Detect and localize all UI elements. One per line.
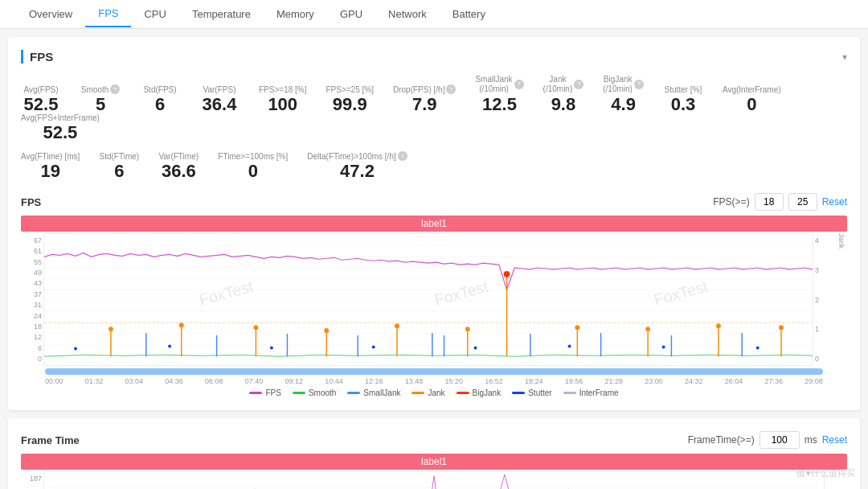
x-16-52: 16:52 — [485, 377, 503, 385]
x-03-04: 03:04 — [125, 377, 144, 385]
nav-battery[interactable]: Battery — [440, 2, 498, 27]
stat-small-jank: SmallJank(/10min)? 12.5 — [475, 75, 523, 113]
stat-big-jank-label: BigJank(/10min)? — [603, 75, 644, 94]
legend-smalljank-label: SmallJank — [363, 388, 400, 397]
svg-point-31 — [716, 323, 721, 328]
legend-interframe: InterFrame — [563, 388, 619, 397]
svg-point-13 — [108, 327, 113, 331]
stat-avg-ftime-value: 19 — [40, 162, 59, 180]
fps-chart-container: label1 67 61 55 49 43 37 31 24 18 12 6 0 — [21, 216, 847, 397]
svg-text:FoxTest: FoxTest — [203, 483, 260, 489]
stat-big-jank-value: 4.9 — [611, 96, 636, 113]
svg-point-33 — [779, 325, 784, 330]
nav-temperature[interactable]: Temperature — [179, 2, 264, 27]
fps-card-dropdown-icon[interactable]: ▾ — [842, 51, 847, 63]
stat-avg-fps-value: 52.5 — [24, 96, 59, 113]
y-label-67: 67 — [23, 236, 42, 244]
frame-time-controls: FrameTime(>=) ms Reset — [688, 431, 847, 449]
legend-bigjank-label: BigJank — [473, 388, 502, 397]
stat-avg-ftime: Avg(FTime) [ms] 19 — [21, 152, 80, 180]
svg-point-27 — [575, 325, 579, 330]
stat-fps-gte-25-label: FPS>=25 [%] — [326, 85, 373, 94]
x-10-44: 10:44 — [325, 377, 343, 385]
right-y-3: 3 — [815, 266, 834, 274]
fps-chart-title: FPS — [21, 196, 41, 208]
stat-var-fps-label: Var(FPS) — [203, 85, 236, 94]
y-label-61: 61 — [23, 247, 42, 255]
frametime-reset-button[interactable]: Reset — [822, 434, 847, 446]
fps-chart-header: FPS FPS(>=) Reset — [21, 193, 847, 211]
frame-time-svg: FoxTest FoxTest — [43, 471, 825, 489]
stat-delta-ftime: Delta(FTime)>100ms [/h]? 47.2 — [307, 151, 407, 180]
stat-std-ftime-value: 6 — [114, 162, 124, 180]
stat-fps-gte-18: FPS>=18 [%] 100 — [259, 85, 306, 113]
svg-point-23 — [465, 327, 470, 331]
x-26-04: 26:04 — [725, 377, 743, 385]
top-navigation: Overview FPS CPU Temperature Memory GPU … — [0, 0, 868, 29]
legend-fps: FPS — [249, 388, 280, 397]
frame-time-svg-wrapper: FoxTest FoxTest — [43, 471, 825, 489]
stat-avg-fps: Avg(FPS) 52.5 — [21, 85, 61, 113]
x-13-48: 13:48 — [405, 377, 424, 385]
y-label-49: 49 — [23, 269, 42, 277]
frametime-threshold-input[interactable] — [760, 431, 800, 449]
fps-stats-row1: Avg(FPS) 52.5 Smooth? 5 Std(FPS) 6 Var(F… — [21, 75, 847, 142]
x-00-00: 00:00 — [45, 377, 63, 385]
legend-bigjank-dot — [457, 392, 469, 394]
nav-gpu[interactable]: GPU — [327, 2, 375, 27]
fps-threshold-input1[interactable] — [755, 193, 784, 211]
stat-fps-gte-25: FPS>=25 [%] 99.9 — [326, 85, 373, 113]
fps-reset-button[interactable]: Reset — [822, 196, 847, 208]
x-29-08: 29:08 — [805, 377, 823, 385]
big-jank-help-icon[interactable]: ? — [634, 80, 644, 89]
stat-var-ftime-value: 36.6 — [162, 162, 196, 180]
fps-chart-scrollbar-thumb[interactable] — [45, 368, 823, 375]
jank-help-icon[interactable]: ? — [574, 80, 583, 89]
legend-jank-label: Jank — [428, 388, 444, 397]
frame-time-title: Frame Time — [21, 434, 80, 446]
fps-stats-row2: Avg(FTime) [ms] 19 Std(FTime) 6 Var(FTim… — [21, 151, 847, 180]
legend-smooth-dot — [293, 392, 305, 394]
legend-stutter-dot — [512, 392, 525, 394]
smooth-help-icon[interactable]: ? — [110, 84, 120, 94]
nav-memory[interactable]: Memory — [264, 2, 327, 27]
stat-jank-label: Jank(/10min)? — [543, 75, 584, 94]
stat-smooth-value: 5 — [96, 96, 105, 113]
stat-avg-fps-interframe-label: Avg(FPS+InterFrame) — [21, 113, 100, 122]
stat-avg-fps-interframe-value: 52.5 — [43, 124, 78, 142]
fps-chart-scrollbar[interactable] — [45, 368, 823, 375]
jank-axis-label: Jank — [836, 233, 847, 366]
stat-avg-ftime-label: Avg(FTime) [ms] — [21, 152, 80, 161]
stat-big-jank: BigJank(/10min)? 4.9 — [603, 75, 644, 113]
frametime-unit: ms — [805, 434, 817, 446]
svg-point-25 — [504, 271, 510, 277]
stat-stutter: Stutter [%] 0.3 — [663, 85, 703, 113]
y-label-31: 31 — [23, 301, 42, 309]
small-jank-help-icon[interactable]: ? — [514, 80, 524, 89]
svg-point-15 — [179, 323, 184, 327]
stat-std-ftime-label: Std(FTime) — [100, 152, 140, 161]
svg-text:FoxTest: FoxTest — [652, 277, 710, 309]
fps-gte-label: FPS(>=) — [713, 196, 749, 208]
x-23-00: 23:00 — [645, 377, 663, 385]
drop-fps-help-icon[interactable]: ? — [446, 84, 456, 94]
fps-card-header: FPS ▾ — [21, 50, 847, 64]
stat-drop-fps: Drop(FPS) [/h]? 7.9 — [393, 84, 456, 113]
stat-smooth: Smooth? 5 — [80, 84, 121, 113]
delta-ftime-help-icon[interactable]: ? — [398, 151, 407, 161]
legend-stutter-label: Stutter — [528, 388, 551, 397]
svg-text:FoxTest: FoxTest — [197, 277, 255, 309]
nav-fps[interactable]: FPS — [85, 1, 131, 27]
nav-cpu[interactable]: CPU — [131, 2, 178, 27]
frame-time-label-bar: label1 — [21, 454, 847, 470]
x-01-32: 01:32 — [85, 377, 104, 385]
fps-threshold-input2[interactable] — [788, 193, 817, 211]
stat-avg-interframe: Avg(InterFrame) 0 — [723, 85, 781, 113]
legend-big-jank: BigJank — [457, 388, 502, 397]
nav-overview[interactable]: Overview — [16, 2, 85, 27]
nav-network[interactable]: Network — [375, 2, 440, 27]
fps-x-axis: 00:00 01:32 03:04 04:36 06:08 07:40 09:1… — [45, 377, 823, 385]
stat-avg-interframe-label: Avg(InterFrame) — [723, 85, 781, 94]
x-07-40: 07:40 — [245, 377, 264, 385]
fps-y-axis-right: 4 3 2 1 0 — [813, 233, 836, 366]
